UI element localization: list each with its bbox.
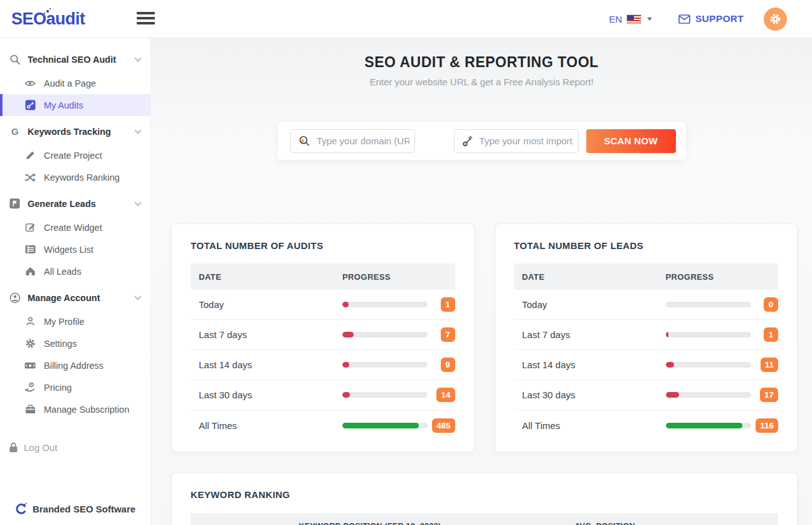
table-row: All Times 116	[514, 410, 779, 440]
svg-text:G: G	[11, 126, 19, 137]
subscription-icon	[24, 404, 36, 415]
progress-fill	[666, 332, 668, 337]
sidebar-item-my-profile[interactable]: My Profile	[0, 310, 150, 332]
sidebar-item-label: All Leads	[44, 267, 82, 277]
eye-icon	[24, 78, 36, 89]
keyword-input[interactable]	[473, 135, 577, 146]
audits-table: DATE PROGRESS Today 1 Last 7 days 7 Last…	[191, 263, 455, 440]
column-header-progress: PROGRESS	[342, 272, 391, 282]
count-badge: 1	[764, 327, 778, 342]
sidebar-section-generate-leads[interactable]: Generate Leads	[0, 191, 150, 216]
table-row: Today 0	[514, 290, 779, 320]
keyword-input-box	[454, 129, 579, 153]
keyword-table-header: KEYWORD POSITION (FEB 18, 2022) AVG. POS…	[191, 513, 778, 525]
total-leads-card: TOTAL NUMBER OF LEADS DATE PROGRESS Toda…	[495, 223, 798, 452]
sidebar-item-widgets-list[interactable]: Widgets List	[0, 238, 150, 260]
sidebar: Technical SEO Audit Audit a Page My Audi…	[0, 38, 151, 525]
settings-gear-button[interactable]	[764, 8, 787, 31]
home-icon	[24, 266, 36, 277]
table-row: Last 30 days 14	[191, 380, 455, 410]
sidebar-section-label: Keywords Tracking	[28, 127, 111, 137]
table-row: Last 14 days 9	[191, 350, 455, 380]
lock-icon	[9, 442, 18, 453]
card-title: KEYWORD RANKING	[191, 489, 778, 500]
chevron-down-icon	[134, 293, 141, 300]
count-badge: 14	[436, 388, 455, 402]
sidebar-item-audit-a-page[interactable]: Audit a Page	[0, 72, 150, 94]
scan-form: SCAN NOW	[278, 122, 686, 160]
footer-label: Branded SEO Software	[33, 504, 135, 514]
count-badge: 7	[441, 327, 455, 342]
sidebar-item-settings[interactable]: Settings	[0, 332, 150, 354]
progress-track	[666, 423, 751, 428]
progress-fill	[342, 332, 354, 337]
leads-table: DATE PROGRESS Today 0 Last 7 days 1 Last…	[514, 263, 779, 440]
seo-audit-logo[interactable]: SEOaudit	[11, 9, 85, 29]
sidebar-item-label: Create Project	[44, 151, 102, 161]
us-flag-icon	[626, 14, 641, 24]
shuffle-icon	[24, 172, 36, 183]
menu-toggle-hamburger-icon[interactable]	[137, 12, 155, 24]
progress-fill	[666, 362, 675, 368]
progress-fill	[342, 423, 419, 428]
key-icon	[462, 134, 473, 148]
count-badge: 485	[432, 418, 455, 433]
sidebar-item-create-project[interactable]: Create Project	[0, 144, 150, 166]
sidebar-item-billing-address[interactable]: Billing Address	[0, 354, 150, 376]
sidebar-item-label: Audit a Page	[44, 78, 96, 88]
sidebar-section-label: Manage Account	[28, 293, 100, 303]
branded-seo-software-link[interactable]: Branded SEO Software	[0, 502, 150, 515]
sidebar-section-label: Generate Leads	[28, 199, 96, 209]
count-badge: 116	[756, 418, 778, 433]
logout-button[interactable]: Log Out	[0, 437, 150, 459]
page-title: SEO AUDIT & REPORTING TOOL	[151, 54, 812, 71]
column-header-date: DATE	[191, 272, 342, 282]
logo-dots-icon	[46, 10, 49, 13]
count-badge: 9	[441, 358, 455, 372]
sidebar-item-label: Pricing	[44, 383, 71, 393]
sidebar-item-label: Manage Subscription	[44, 405, 129, 415]
sidebar-item-create-widget[interactable]: Create Widget	[0, 216, 150, 238]
table-row: All Times 485	[191, 410, 455, 440]
sidebar-item-manage-subscription[interactable]: Manage Subscription	[0, 398, 150, 420]
table-row: Last 14 days 11	[514, 350, 779, 380]
sidebar-item-my-audits[interactable]: My Audits	[0, 94, 150, 116]
sidebar-section-manage-account[interactable]: Manage Account	[0, 285, 150, 310]
account-circle-icon	[9, 292, 21, 304]
table-row: Last 7 days 1	[514, 320, 779, 350]
page-subtitle: Enter your website URL & get a Free Anal…	[151, 77, 812, 87]
sidebar-item-label: Keywords Ranking	[44, 172, 120, 183]
domain-input-box	[290, 129, 415, 153]
count-badge: 0	[764, 297, 778, 312]
progress-fill	[666, 423, 742, 428]
count-badge: 11	[761, 358, 778, 372]
sidebar-item-all-leads[interactable]: All Leads	[0, 260, 150, 282]
count-badge: 17	[760, 388, 778, 402]
sidebar-item-label: My Audits	[44, 100, 83, 110]
list-icon	[24, 244, 36, 255]
column-header-keyword-position: KEYWORD POSITION (FEB 18, 2022)	[298, 522, 441, 525]
progress-track	[666, 362, 751, 368]
card-title: TOTAL NUMBER OF LEADS	[514, 240, 779, 251]
total-audits-card: TOTAL NUMBER OF AUDITS DATE PROGRESS Tod…	[171, 223, 475, 452]
progress-track	[342, 392, 428, 398]
magnifier-icon	[298, 134, 310, 148]
gear-icon	[769, 13, 781, 25]
sidebar-item-pricing[interactable]: Pricing	[0, 376, 150, 398]
domain-input[interactable]	[310, 135, 414, 146]
sidebar-item-label: Widgets List	[44, 245, 93, 255]
google-g-icon: G	[9, 126, 21, 137]
support-link[interactable]: SUPPORT	[678, 13, 744, 24]
logo-audit: audit	[46, 9, 85, 29]
table-row: Last 30 days 17	[514, 380, 779, 410]
progress-track	[666, 302, 751, 307]
scan-now-button[interactable]: SCAN NOW	[586, 129, 676, 153]
logout-label: Log Out	[24, 442, 57, 453]
envelope-icon	[678, 14, 690, 24]
branded-logo-icon	[15, 502, 27, 515]
sidebar-item-keywords-ranking[interactable]: Keywords Ranking	[0, 166, 150, 188]
sidebar-section-keywords-tracking[interactable]: G Keywords Tracking	[0, 119, 150, 144]
language-selector[interactable]: EN	[609, 14, 652, 24]
progress-track	[666, 392, 751, 398]
sidebar-section-technical-seo-audit[interactable]: Technical SEO Audit	[0, 46, 150, 72]
